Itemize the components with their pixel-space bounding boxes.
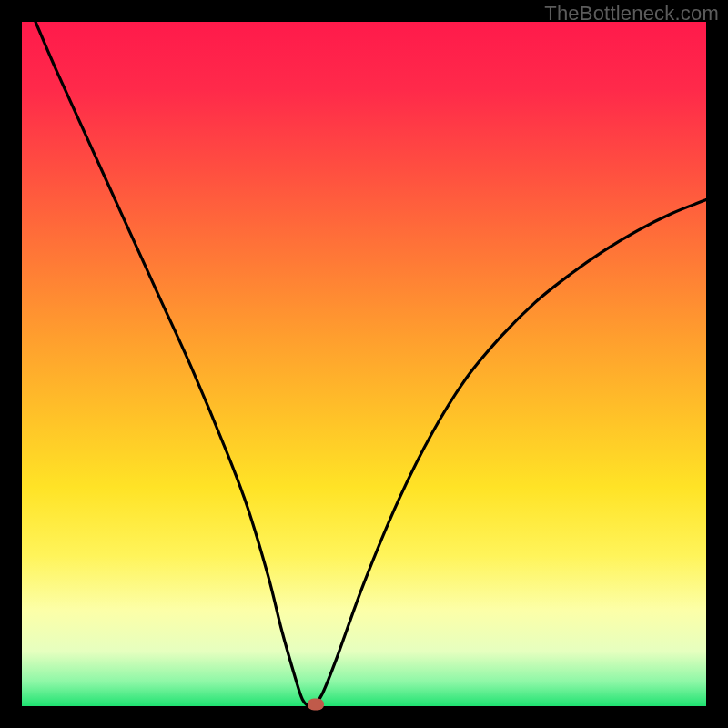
curve-svg [22,22,706,706]
optimum-marker [308,699,324,711]
chart-frame: TheBottleneck.com [0,0,728,728]
plot-area [22,22,706,706]
bottleneck-curve [35,22,706,706]
